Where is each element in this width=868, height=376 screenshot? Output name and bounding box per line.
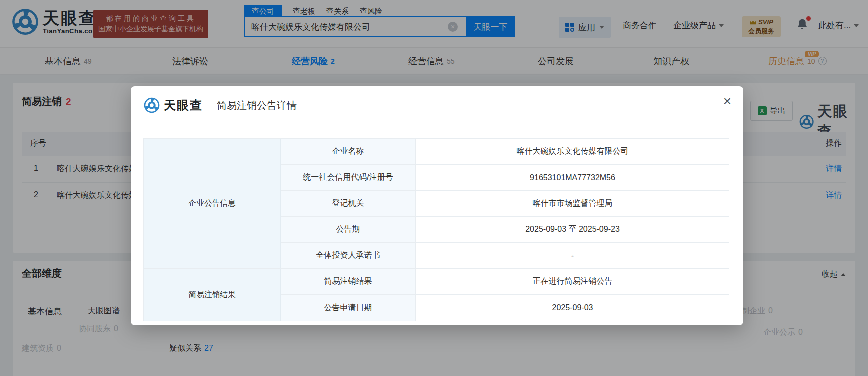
field-label: 企业名称 (281, 139, 416, 165)
announcement-detail-table: 企业公告信息 企业名称 喀什大碗娱乐文化传媒有限公司 统一社会信用代码/注册号 … (143, 138, 729, 321)
close-icon[interactable]: × (718, 92, 736, 110)
cancellation-detail-modal: 天眼查 简易注销公告详情 × 企业公告信息 企业名称 喀什大碗娱乐文化传媒有限公… (131, 86, 743, 325)
group-company-announcement-info: 企业公告信息 (144, 139, 281, 269)
field-label: 统一社会信用代码/注册号 (281, 165, 416, 191)
field-label: 全体投资人承诺书 (281, 243, 416, 269)
field-value: 喀什大碗娱乐文化传媒有限公司 (416, 139, 729, 165)
modal-brand: 天眼查 (164, 97, 203, 113)
field-label: 公告申请日期 (281, 295, 416, 321)
field-label: 登记机关 (281, 191, 416, 217)
divider (210, 99, 210, 111)
page: 天眼查 TianYanCha.com 都在用的商业查询工具 国家中小企业发展子基… (0, 0, 868, 376)
field-label: 简易注销结果 (281, 269, 416, 295)
field-value: 2025-09-03 (416, 295, 729, 321)
field-label: 公告期 (281, 217, 416, 243)
field-value: 2025-09-03 至 2025-09-23 (416, 217, 729, 243)
field-value: 正在进行简易注销公告 (416, 269, 729, 295)
modal-header: 天眼查 简易注销公告详情 (144, 97, 297, 113)
group-cancellation-result: 简易注销结果 (144, 269, 281, 321)
field-value: 91653101MA77732M56 (416, 165, 729, 191)
field-value: - (416, 243, 729, 269)
modal-title: 简易注销公告详情 (217, 99, 297, 112)
tianyancha-swirl-icon (144, 97, 160, 113)
field-value: 喀什市市场监督管理局 (416, 191, 729, 217)
